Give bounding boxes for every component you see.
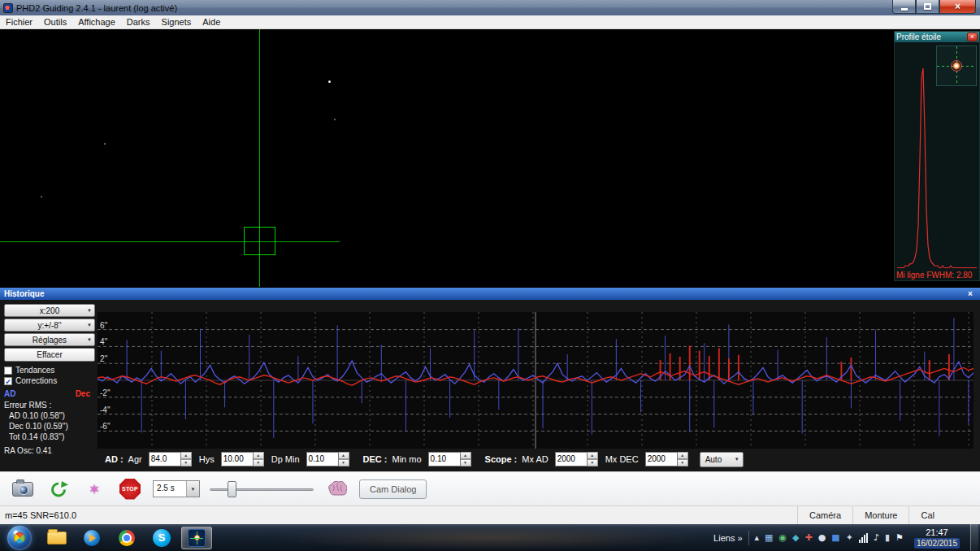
titlebar[interactable]: PHD2 Guiding 2.4.1 - laurent (log activé… bbox=[0, 0, 980, 15]
window-title: PHD2 Guiding 2.4.1 - laurent (log activé… bbox=[16, 3, 177, 13]
menu-darks[interactable]: Darks bbox=[121, 16, 156, 28]
ad-prefix-label: AD : bbox=[105, 454, 124, 464]
update-icon[interactable]: ◉ bbox=[778, 533, 787, 542]
mxdec-spinner[interactable]: 2000▲▼ bbox=[645, 452, 688, 466]
agr-spinner-value[interactable]: 84.0 bbox=[149, 452, 181, 466]
dpmin-spinner-up-button[interactable]: ▲ bbox=[339, 452, 349, 459]
y-scale-dropdown[interactable]: y:+/-8'' ▼ bbox=[4, 319, 95, 332]
settings-dropdown[interactable]: Réglages ▼ bbox=[4, 333, 95, 346]
trace-legend: AD Dec bbox=[4, 389, 95, 398]
corrections-checkbox-box[interactable]: ✔ bbox=[4, 377, 12, 385]
mxdec-spinner-value[interactable]: 2000 bbox=[645, 452, 678, 466]
history-close-button[interactable]: × bbox=[965, 289, 976, 298]
mxad-spinner[interactable]: 2000▲▼ bbox=[555, 452, 598, 466]
menu-signets[interactable]: Signets bbox=[156, 16, 197, 28]
dpmin-spinner[interactable]: 0.10▲▼ bbox=[306, 452, 349, 466]
advanced-settings-button[interactable] bbox=[323, 477, 349, 501]
mxdec-spinner-down-button[interactable]: ▼ bbox=[678, 459, 688, 466]
cam-dialog-button[interactable]: Cam Dialog bbox=[359, 479, 427, 499]
mx-dec-label: Mx DEC bbox=[605, 454, 639, 464]
network-icon[interactable] bbox=[859, 533, 868, 543]
battery-icon[interactable]: ▮ bbox=[885, 533, 890, 542]
menu-affichage[interactable]: Affichage bbox=[72, 16, 121, 28]
dec-legend-label[interactable]: Dec bbox=[76, 389, 90, 398]
start-button[interactable] bbox=[7, 526, 32, 550]
taskbar-clock[interactable]: 21:47 16/02/2015 bbox=[914, 527, 960, 549]
mxad-spinner-up-button[interactable]: ▲ bbox=[588, 452, 598, 459]
maximize-icon bbox=[924, 3, 931, 10]
rms-title: Erreur RMS : bbox=[4, 401, 95, 410]
links-toolbar[interactable]: Liens » bbox=[713, 533, 742, 543]
ra-legend-label[interactable]: AD bbox=[4, 389, 15, 398]
messenger-icon[interactable]: ◆ bbox=[792, 533, 799, 542]
dec-prefix-label: DEC : bbox=[363, 454, 388, 464]
windows-flag-icon bbox=[14, 532, 25, 544]
spark-icon[interactable]: ✦ bbox=[846, 533, 853, 542]
phd2-app-icon bbox=[3, 3, 13, 13]
dpmin-spinner-down-button[interactable]: ▼ bbox=[339, 459, 349, 466]
agr-spinner[interactable]: 84.0▲▼ bbox=[149, 452, 192, 466]
maximize-button[interactable] bbox=[916, 0, 939, 14]
mxad-spinner-value[interactable]: 2000 bbox=[555, 452, 588, 466]
hys-spinner-up-button[interactable]: ▲ bbox=[254, 452, 264, 459]
camera-button[interactable] bbox=[10, 477, 36, 501]
star-profile-titlebar[interactable]: Profile étoile × bbox=[895, 32, 979, 42]
loop-button[interactable] bbox=[46, 477, 72, 501]
minmo-spinner-down-button[interactable]: ▼ bbox=[461, 459, 471, 466]
taskbar-chrome-button[interactable] bbox=[111, 527, 142, 549]
hys-spinner-down-button[interactable]: ▼ bbox=[254, 459, 264, 466]
stop-button[interactable]: STOP bbox=[117, 477, 143, 501]
exposure-select[interactable]: 2.5 s ▼ bbox=[153, 480, 200, 497]
security-icon[interactable]: ✚ bbox=[805, 533, 813, 542]
clear-button[interactable]: Effacer bbox=[4, 348, 95, 362]
status-snr-readout: m=45 SNR=610.0 bbox=[0, 510, 797, 520]
hidden-icons-chevron[interactable]: ▴ bbox=[755, 533, 760, 542]
history-graph: 6''4''2''-2''-4''-6'' bbox=[98, 312, 973, 449]
guiding-parameters-bar: AD :Agr84.0▲▼Hys10.00▲▼Dp Min0.10▲▼DEC :… bbox=[98, 450, 744, 468]
mxdec-spinner-up-button[interactable]: ▲ bbox=[678, 452, 688, 459]
tray-icons: ▴▦◉◆✚●■✦♪▮⚑ bbox=[755, 533, 904, 543]
flag-icon[interactable]: ⚑ bbox=[895, 533, 904, 542]
menu-aide[interactable]: Aide bbox=[197, 16, 226, 28]
taskbar-phd2-button[interactable] bbox=[181, 527, 212, 549]
screen-stretch-slider[interactable] bbox=[210, 480, 314, 498]
taskbar-skype-button[interactable] bbox=[146, 527, 177, 549]
links-label: Liens bbox=[713, 533, 735, 543]
hys-spinner[interactable]: 10.00▲▼ bbox=[221, 452, 264, 466]
taskbar-explorer-button[interactable] bbox=[41, 527, 72, 549]
dpmin-spinner-value[interactable]: 0.10 bbox=[306, 452, 339, 466]
x-scale-value: x:200 bbox=[40, 306, 59, 315]
slider-thumb[interactable] bbox=[228, 481, 236, 497]
display-icon[interactable]: ▦ bbox=[765, 533, 773, 542]
show-desktop-button[interactable] bbox=[970, 524, 978, 551]
drive-icon[interactable]: ■ bbox=[831, 533, 839, 542]
agr-spinner-down-button[interactable]: ▼ bbox=[181, 459, 192, 466]
menu-outils[interactable]: Outils bbox=[38, 16, 72, 28]
dec-mode-select[interactable]: Auto▼ bbox=[700, 452, 744, 467]
minmo-spinner-value[interactable]: 0.10 bbox=[428, 452, 461, 466]
trends-checkbox-box[interactable] bbox=[4, 367, 12, 375]
mxad-spinner-down-button[interactable]: ▼ bbox=[588, 459, 598, 466]
trends-checkbox[interactable]: Tendances bbox=[4, 366, 95, 375]
chevron-right-icon: » bbox=[737, 533, 742, 543]
guide-button[interactable]: ✶ bbox=[81, 477, 107, 501]
close-icon: × bbox=[955, 2, 960, 11]
sync-icon[interactable]: ● bbox=[818, 533, 826, 542]
minmo-spinner-up-button[interactable]: ▲ bbox=[461, 452, 471, 459]
camera-view[interactable]: Profile étoile × Mi ligne FWHM: 2.80 bbox=[0, 29, 980, 287]
star-profile-close-button[interactable]: × bbox=[967, 33, 978, 41]
close-button[interactable]: × bbox=[939, 0, 976, 14]
volume-icon[interactable]: ♪ bbox=[874, 533, 879, 542]
minimize-button[interactable] bbox=[892, 0, 916, 14]
clock-time: 21:47 bbox=[914, 527, 960, 538]
menu-fichier[interactable]: Fichier bbox=[0, 16, 38, 28]
taskbar-wmp-button[interactable] bbox=[76, 527, 107, 549]
history-titlebar[interactable]: Historique × bbox=[0, 288, 980, 300]
y-axis-label: -4'' bbox=[100, 406, 111, 414]
hys-spinner-value[interactable]: 10.00 bbox=[221, 452, 254, 466]
minmo-spinner[interactable]: 0.10▲▼ bbox=[428, 452, 471, 466]
x-scale-dropdown[interactable]: x:200 ▼ bbox=[4, 304, 95, 317]
agr-spinner-up-button[interactable]: ▲ bbox=[181, 452, 192, 459]
corrections-checkbox[interactable]: ✔ Corrections bbox=[4, 376, 95, 385]
star-profile-plot: Mi ligne FWHM: 2.80 bbox=[895, 42, 979, 280]
